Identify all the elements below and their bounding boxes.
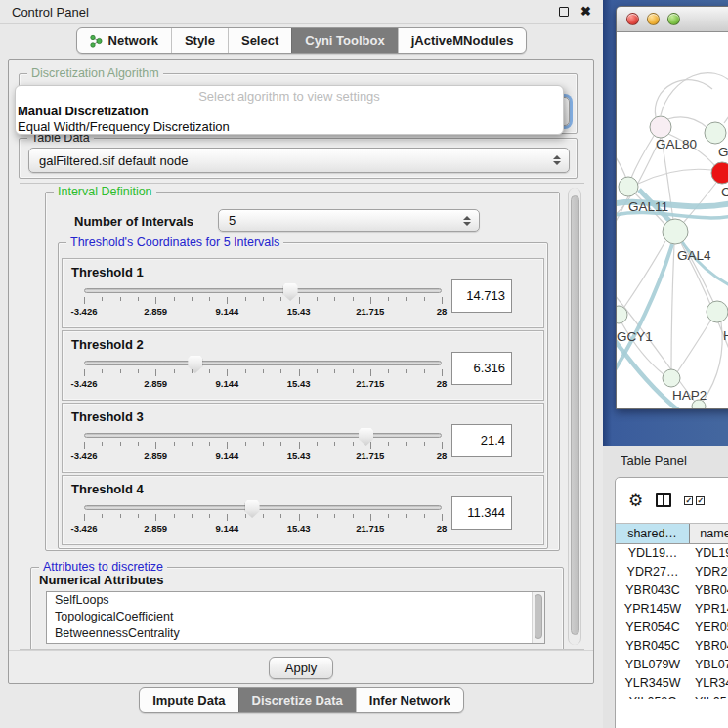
node-h[interactable] <box>707 301 728 322</box>
table-row[interactable]: YBL079WYBL07 <box>616 656 728 674</box>
node-label: GAL80 <box>656 137 697 151</box>
slider-track[interactable] <box>84 288 442 293</box>
threshold-value-field[interactable]: 14.713 <box>451 279 512 313</box>
cell-shared-name[interactable]: YPR145W <box>616 600 690 619</box>
float-window-icon[interactable] <box>559 7 569 17</box>
cell-name[interactable]: YER05 <box>690 619 728 637</box>
table-row[interactable]: YBR043CYBR04 <box>616 581 728 600</box>
table-row[interactable]: YER054CYER05 <box>616 619 728 637</box>
cell-shared-name[interactable]: YBL079W <box>616 656 690 674</box>
network-canvas-svg[interactable]: GAL80GACGAL11GAL4GCY1HHAP2 <box>617 32 728 409</box>
node-hap2[interactable] <box>663 369 680 387</box>
column-header-shared-name[interactable]: shared… <box>616 524 690 543</box>
network-view-window: GAL80GACGAL11GAL4GCY1HHAP2 <box>616 6 728 409</box>
cell-name[interactable]: YIL05 <box>690 693 728 699</box>
slider-tick-labels: -3.4262.8599.14415.4321.71528 <box>84 378 442 390</box>
tab-impute-data[interactable]: Impute Data <box>140 688 237 712</box>
cell-shared-name[interactable]: YLR345W <box>616 674 690 693</box>
threshold-slider[interactable]: -3.4262.8599.14415.4321.71528 <box>84 288 442 318</box>
tick-mark <box>406 514 407 518</box>
checkbox-icon[interactable]: ✓ <box>684 496 693 505</box>
tab-cyni-toolbox[interactable]: Cyni Toolbox <box>291 28 397 53</box>
table-row[interactable]: YLR345WYLR34 <box>616 674 728 693</box>
table-row[interactable]: YPR145WYPR14 <box>616 600 728 619</box>
minimize-traffic-light-icon[interactable] <box>647 13 660 25</box>
menu-item-manual-discretization[interactable]: Manual Discretization <box>16 104 563 119</box>
threshold-slider[interactable]: -3.4262.8599.14415.4321.71528 <box>84 361 442 390</box>
table-row[interactable]: YDR27…YDR27 <box>616 563 728 581</box>
apply-row: Apply <box>9 650 593 685</box>
tick-label: 2.859 <box>144 450 167 461</box>
column-header-name[interactable]: name <box>690 524 728 543</box>
threshold-slider[interactable]: -3.4262.8599.14415.4321.71528 <box>84 433 442 462</box>
tick-label: 15.43 <box>287 523 311 534</box>
slider-track[interactable] <box>84 361 442 365</box>
slider-ticks <box>84 369 442 377</box>
cell-name[interactable]: YBR04 <box>690 637 728 656</box>
group-title: Discretization Algorithm <box>27 66 163 80</box>
tick-mark <box>174 297 175 301</box>
vertical-scrollbar[interactable] <box>568 188 581 645</box>
tick-label: 2.859 <box>144 378 167 389</box>
tick-mark <box>138 369 139 373</box>
tab-infer-network[interactable]: Infer Network <box>356 688 463 712</box>
network-canvas[interactable]: GAL80GACGAL11GAL4GCY1HHAP2 <box>617 32 728 409</box>
node-gal11[interactable] <box>619 177 638 196</box>
gear-icon[interactable]: ⚙ <box>628 492 643 509</box>
node-gal4[interactable] <box>663 219 688 244</box>
node-gal80[interactable] <box>650 116 671 138</box>
apply-button[interactable]: Apply <box>269 657 333 679</box>
tab-discretize-data[interactable]: Discretize Data <box>238 688 356 712</box>
cell-name[interactable]: YBL07 <box>690 656 728 674</box>
cell-shared-name[interactable]: YER054C <box>616 619 690 637</box>
threshold-slider[interactable]: -3.4262.8599.14415.4321.71528 <box>84 505 442 535</box>
cell-shared-name[interactable]: YBR043C <box>616 581 690 600</box>
list-item[interactable]: TopologicalCoefficient <box>47 609 544 625</box>
slider-track[interactable] <box>84 505 442 510</box>
tick-mark <box>174 442 175 446</box>
tab-network[interactable]: Network <box>77 28 171 53</box>
split-panes-icon[interactable] <box>656 493 671 507</box>
menu-item-equal-width-frequency[interactable]: Equal Width/Frequency Discretization <box>16 119 563 135</box>
list-item[interactable]: SelfLoops <box>47 592 544 609</box>
cell-name[interactable]: YDL19 <box>690 544 728 563</box>
list-scrollbar[interactable] <box>532 592 544 643</box>
cell-shared-name[interactable]: YDR27… <box>616 563 690 581</box>
table-row[interactable]: YIL052CYIL05 <box>616 693 728 699</box>
checkbox-icon[interactable]: ✓ <box>696 496 705 505</box>
threshold-value-field[interactable]: 21.4 <box>451 424 512 457</box>
vertical-scrollbar-thumb[interactable] <box>571 195 579 635</box>
cell-name[interactable]: YBR04 <box>690 581 728 600</box>
zoom-traffic-light-icon[interactable] <box>667 13 680 25</box>
network-window-titlebar[interactable] <box>617 7 728 32</box>
tab-select[interactable]: Select <box>228 28 291 53</box>
tab-style[interactable]: Style <box>171 28 228 53</box>
slider-track[interactable] <box>84 433 442 438</box>
table-row[interactable]: YBR045CYBR04 <box>616 637 728 656</box>
node-top-right[interactable] <box>705 122 726 144</box>
list-item[interactable]: BetweennessCentrality <box>47 625 544 642</box>
number-of-intervals-combobox[interactable]: 5 <box>218 209 480 232</box>
close-traffic-light-icon[interactable] <box>626 13 639 25</box>
table-data-combobox[interactable]: galFiltered.sif default node <box>28 148 570 173</box>
list-scrollbar-thumb[interactable] <box>535 594 542 639</box>
tick-mark <box>406 297 407 301</box>
table-row[interactable]: YDL19…YDL19 <box>616 544 728 563</box>
cell-shared-name[interactable]: YDL19… <box>616 544 690 563</box>
threshold-value-field[interactable]: 11.344 <box>451 496 512 530</box>
cell-shared-name[interactable]: YBR045C <box>616 637 690 656</box>
tick-mark <box>84 369 85 376</box>
network-edge <box>661 73 728 115</box>
threshold-value-field[interactable]: 6.316 <box>451 352 512 385</box>
network-edge <box>671 244 674 369</box>
node-red[interactable] <box>711 162 728 184</box>
numerical-attributes-list[interactable]: SelfLoops TopologicalCoefficient Between… <box>46 591 545 644</box>
close-icon[interactable]: ✖ <box>580 7 591 17</box>
cell-name[interactable]: YLR34 <box>690 674 728 693</box>
tab-jactivemnodules[interactable]: jActiveMNodules <box>398 28 527 53</box>
cell-shared-name[interactable]: YIL052C <box>616 693 690 699</box>
screen: Control Panel ✖ Network Styl <box>0 0 728 728</box>
cell-name[interactable]: YDR27 <box>690 563 728 581</box>
tick-mark <box>370 369 371 376</box>
cell-name[interactable]: YPR14 <box>690 600 728 619</box>
